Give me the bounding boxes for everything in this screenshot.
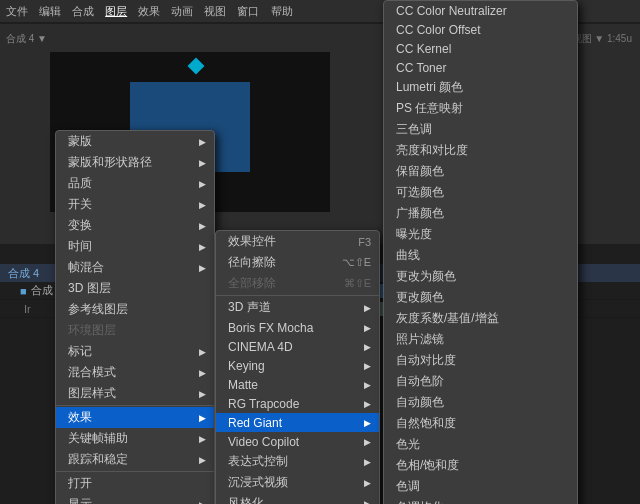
menu-l3-lumetri[interactable]: Lumetri 颜色 [384,77,577,98]
menu-l1-open[interactable]: 打开 [56,473,214,494]
menu-l1-3d-layer[interactable]: 3D 图层 [56,278,214,299]
comp-view-label: 合成 4 ▼ [6,32,47,46]
menu-l1-blending-mode[interactable]: 混合模式 ▶ [56,362,214,383]
menu-window[interactable]: 窗口 [237,5,259,17]
divider-2 [56,471,214,472]
menu-l3-vibrance[interactable]: 自然饱和度 [384,413,577,434]
menu-edit[interactable]: 编辑 [39,5,61,17]
menu-l1-mask-shape-paths[interactable]: 蒙版和形状路径 ▶ [56,152,214,173]
menu-l2-radial-wipe[interactable]: 径向擦除 ⌥⇧E [216,252,379,273]
menu-l3-photo-filter[interactable]: 照片滤镜 [384,329,577,350]
menu-l3-change-color[interactable]: 更改颜色 [384,287,577,308]
layer-context-menu: 蒙版 ▶ 蒙版和形状路径 ▶ 品质 ▶ 开关 ▶ 变换 ▶ 时间 ▶ 帧混合 ▶… [55,130,215,504]
comp-diamond [188,58,205,75]
menu-l3-curves[interactable]: 曲线 [384,245,577,266]
menu-l1-layer-styles[interactable]: 图层样式 ▶ [56,383,214,404]
divider-1 [56,405,214,406]
menu-l3-preserve-color[interactable]: 保留颜色 [384,161,577,182]
menu-l3-change-to-color[interactable]: 更改为颜色 [384,266,577,287]
menu-l2-immersive-video[interactable]: 沉浸式视频 ▶ [216,472,379,493]
menu-l3-cc-toner[interactable]: CC Toner [384,58,577,77]
menu-l3-auto-contrast[interactable]: 自动对比度 [384,350,577,371]
menu-l3-cc-neutralizer[interactable]: CC Color Neutralizer [384,1,577,20]
menu-l2-red-giant[interactable]: Red Giant ▶ [216,413,379,432]
menu-help[interactable]: 帮助 [271,5,293,17]
menu-l1-keyframe-assist[interactable]: 关键帧辅助 ▶ [56,428,214,449]
menu-effect[interactable]: 效果 [138,5,160,17]
menu-l3-equalize[interactable]: 色调均化 [384,497,577,504]
menu-l3-cc-kernel[interactable]: CC Kernel [384,39,577,58]
menu-l1-display[interactable]: 显示 ▶ [56,494,214,504]
menu-l3-ps-map[interactable]: PS 任意映射 [384,98,577,119]
menu-l2-c4d[interactable]: CINEMA 4D ▶ [216,337,379,356]
menu-l3-broadcast-colors[interactable]: 广播颜色 [384,203,577,224]
l2-divider [216,295,379,296]
menu-l3-cc-offset[interactable]: CC Color Offset [384,20,577,39]
menu-l1-masks[interactable]: 蒙版 ▶ [56,131,214,152]
menu-l1-effects[interactable]: 效果 ▶ [56,407,214,428]
menu-l2-expression-ctrl[interactable]: 表达式控制 ▶ [216,451,379,472]
menu-l3-auto-levels[interactable]: 自动色阶 [384,371,577,392]
menu-l3-gamma-gain[interactable]: 灰度系数/基值/增益 [384,308,577,329]
menu-l1-environment[interactable]: 环境图层 [56,320,214,341]
menu-l3-selective-color[interactable]: 可选颜色 [384,182,577,203]
menu-composition[interactable]: 合成 [72,5,94,17]
menu-view[interactable]: 视图 [204,5,226,17]
menu-l1-tracking[interactable]: 跟踪和稳定 ▶ [56,449,214,470]
menu-l1-frame-blend[interactable]: 帧混合 ▶ [56,257,214,278]
menu-l3-exposure[interactable]: 曝光度 [384,224,577,245]
menu-l3-auto-color[interactable]: 自动颜色 [384,392,577,413]
menu-layer[interactable]: 图层 [105,5,127,17]
menu-l3-tint[interactable]: 色调 [384,476,577,497]
menu-bar-label: 文件 编辑 合成 图层 效果 动画 视图 窗口 帮助 [6,4,301,19]
menu-l1-time[interactable]: 时间 ▶ [56,236,214,257]
menu-l2-stylize[interactable]: 风格化 ▶ [216,493,379,504]
menu-l1-transform[interactable]: 变换 ▶ [56,215,214,236]
menu-l2-matte[interactable]: Matte ▶ [216,375,379,394]
menu-l1-guide-layer[interactable]: 参考线图层 [56,299,214,320]
menu-l3-tritone[interactable]: 三色调 [384,119,577,140]
menu-l1-markers[interactable]: 标记 ▶ [56,341,214,362]
menu-l2-video-copilot[interactable]: Video Copilot ▶ [216,432,379,451]
menu-l2-3d-channel[interactable]: 3D 声道 ▶ [216,297,379,318]
menu-l2-rg-trapcode[interactable]: RG Trapcode ▶ [216,394,379,413]
menu-animation[interactable]: 动画 [171,5,193,17]
menu-l2-boris-mocha[interactable]: Boris FX Mocha ▶ [216,318,379,337]
menu-l3-hue-saturation[interactable]: 色相/饱和度 [384,455,577,476]
menu-l1-quality[interactable]: 品质 ▶ [56,173,214,194]
menu-l2-remove-all[interactable]: 全部移除 ⌘⇧E [216,273,379,294]
menu-file[interactable]: 文件 [6,5,28,17]
menu-l2-keying[interactable]: Keying ▶ [216,356,379,375]
color-correction-submenu: CC Color Neutralizer CC Color Offset CC … [383,0,578,504]
menu-l3-colorama[interactable]: 色光 [384,434,577,455]
timeline-comp-label: 合成 4 [8,266,39,281]
effects-submenu: 效果控件 F3 径向擦除 ⌥⇧E 全部移除 ⌘⇧E 3D 声道 ▶ Boris … [215,230,380,504]
menu-l1-switches[interactable]: 开关 ▶ [56,194,214,215]
menu-l3-brightness-contrast[interactable]: 亮度和对比度 [384,140,577,161]
menu-l2-effect-controls[interactable]: 效果控件 F3 [216,231,379,252]
